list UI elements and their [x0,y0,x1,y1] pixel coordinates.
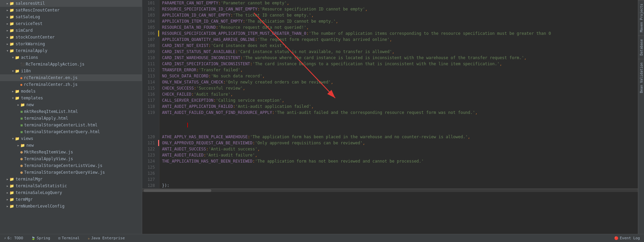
tree-item-stockCountCenter[interactable]: 📁 stockCountCenter [0,34,142,41]
tree-item-MktResReqItemView[interactable]: ● MktResReqItemView.js [0,149,142,155]
horizontal-scrollbar[interactable] [142,189,638,192]
tree-item-storkWarning[interactable]: 📁 storkWarning [0,41,142,47]
tree-item-TerminalApplyView[interactable]: ● TerminalApplyView.js [0,155,142,162]
right-side-panels: Maven Projects Database Bean Validation [638,0,644,234]
line-number: 103 [142,12,159,18]
database-panel[interactable]: Database [638,35,644,59]
tree-item-terminalSaleStatistic[interactable]: 📁 terminalSaleStatistic [0,183,142,189]
line-code: PARAMETER_CAN_NOT_EMPTY:'Parameter canno… [159,0,638,6]
code-editor[interactable]: 101 PARAMETER_CAN_NOT_EMPTY:'Parameter c… [142,0,638,234]
terminal-label: Terminal [62,236,80,240]
bean-validation-panel[interactable]: Bean Validation [638,59,644,96]
tree-item-terminalStorageCenterList[interactable]: ◼ terminalStorageCenterList.html [0,122,142,128]
tree-arrow [5,15,9,19]
line-code: RESOURCE_SPECIFICATION_ID_CAN_NOT_EMPTY:… [159,6,638,12]
folder-icon: 📁 [9,8,14,13]
tree-item-actions[interactable]: 📁 actions [0,54,142,61]
file-icon-js: ● [20,163,23,168]
item-label: rcTerminalCenter.en.js [24,75,141,80]
event-log-status[interactable]: 🔴 Event Log [613,236,641,240]
code-line-122: 122 ANTI_AUDIT_SUCCESS:'Anti-audit succe… [142,146,638,152]
item-label: MktResReqItemView.js [24,150,141,154]
line-number: 124 [142,158,159,164]
tree-item-serviceTest[interactable]: 📁 serviceTest [0,20,142,27]
line-number: 125 [142,164,159,170]
code-line-124: 124 THE_APPLICATION_HAS_NOT_BEEN_REVIEWE… [142,158,638,164]
tree-item-satSaleLog[interactable]: 📁 satSaleLog [0,14,142,20]
item-label: terminalStorageCenterQuery.html [24,129,141,134]
item-label: salesresUtil [16,1,141,6]
line-number: 117 [142,97,159,103]
tree-item-rcTerminalCenter-zh[interactable]: ● rcTerminalCenter.zh.js [0,81,142,88]
folder-icon: 📁 [15,96,20,100]
folder-icon: 📁 [20,103,25,107]
file-icon-js: ● [20,150,23,154]
code-line-113: 113 NO_SUCH_DATA_RECORD:'No such data re… [142,73,638,79]
tree-item-satRescInoutCenter[interactable]: 📁 satRescInoutCenter [0,7,142,14]
folder-icon: 📁 [15,69,20,73]
line-code: ANTI_AUDIT_SUCCESS:'Anti-audit success', [159,146,638,152]
tree-item-views-new[interactable]: 📁 new [0,142,142,149]
code-line-118: 118 ANTI_AUDIT_APPLICATION_FAILED:'Anti-… [142,103,638,110]
item-label: satSaleLog [16,15,141,19]
line-number: 105 [142,24,159,30]
terminal-status[interactable]: ⊡ Terminal [57,236,81,240]
item-label: i18n [21,69,141,73]
tree-item-simCard[interactable]: 📁 simCard [0,27,142,34]
folder-icon: 📁 [9,22,14,26]
line-code: CARD_INST_SPECIFICATION_INCONSISTENT:'Th… [159,61,638,67]
line-code: ONLY_APPROVED_REQUEST_CAN_BE_REVIEWED:'O… [159,140,638,146]
todo-status[interactable]: ⚡ 6: TODO [3,236,24,240]
status-bar: ⚡ 6: TODO 🍃 Spring ⊡ Terminal ☕ Java Ent… [0,234,644,242]
line-number: 119 [142,110,159,134]
folder-icon: 📁 [9,197,14,202]
tree-item-terminalApply-html[interactable]: ◼ terminalApply.html [0,115,142,122]
tree-item-terminalApply[interactable]: 📁 terminalApply [0,47,142,54]
tree-item-i18n[interactable]: 📁 i18n [0,68,142,74]
spring-status[interactable]: 🍃 Spring [30,236,51,240]
line-number: 109 [142,49,159,55]
line-number: 118 [142,103,159,110]
code-line-112: 112 TRANSFER_ERROR:'Transfer failed', [142,67,638,73]
spring-icon: 🍃 [31,236,35,240]
tree-item-terminalMgr[interactable]: 📁 terminalMgr [0,176,142,183]
file-tree[interactable]: 📁 salesresUtil 📁 satRescInoutCenter 📁 sa… [0,0,142,234]
code-line-102: 102 RESOURCE_SPECIFICATION_ID_CAN_NOT_EM… [142,6,638,12]
tree-arrow [11,136,15,141]
file-icon-js: ● [20,76,22,80]
line-code: ANTI_AUDIT_FAILED:'Anti-audit failure', [159,152,638,158]
folder-icon: 📁 [15,137,20,141]
tree-item-templates[interactable]: 📁 templates [0,95,142,101]
code-line-114: 114 ONLY_NEW_STATUS_CAN_CHECK:'Only newl… [142,79,638,85]
tree-item-mktResReqItemList[interactable]: ◼ mktResReqItemList.html [0,108,142,115]
line-number: 101 [142,0,159,6]
folder-icon: 📁 [9,49,14,53]
tree-item-salesresUtil[interactable]: 📁 salesresUtil [0,0,142,7]
file-icon-html: ◼ [20,129,23,134]
folder-icon: 📁 [9,191,14,195]
tree-item-rcTerminalCenter-en[interactable]: ● rcTerminalCenter.en.js [0,74,142,81]
tree-item-TerminalStorageCenterQueryView[interactable]: ● TerminalStorageCenterQueryView.js [0,169,142,176]
line-code: CARD_INST_WAREHOUSE_INCONSISTENT:'The wa… [159,55,638,61]
tree-arrow [5,21,9,26]
item-label: trmNumberLevelConfig [16,204,141,209]
tree-item-terminaSaleLogQuery[interactable]: 📁 terminaSaleLogQuery [0,189,142,196]
code-line-123: 123 ANTI_AUDIT_FAILED:'Anti-audit failur… [142,152,638,158]
item-label: RcTerminalApplyAction.js [26,62,141,67]
tree-item-termMgr[interactable]: 📁 termMgr [0,196,142,203]
line-code: ONLY_NEW_STATUS_CAN_CHECK:'Only newly cr… [159,79,638,85]
tree-item-views[interactable]: 📁 views [0,135,142,142]
tree-item-TerminalStorageCenterListView[interactable]: ● TerminalStorageCenterListView.js [0,162,142,169]
code-line-108: 108 CARD_INST_NOT_EXIST:'Card instance d… [142,43,638,49]
code-line-106: 106 RESOURCE_SPECIFICATION_APPLICATION_I… [142,30,638,37]
tree-item-models[interactable]: 📁 models [0,88,142,95]
maven-projects-panel[interactable]: Maven Projects [638,0,644,35]
todo-label: 6: TODO [7,236,23,240]
java-enterprise-status[interactable]: ☕ Java Enterprise [86,236,126,240]
tree-item-trmNumberLevelConfig[interactable]: 📁 trmNumberLevelConfig [0,203,142,210]
item-label: terminalApply.html [24,116,141,121]
tree-item-templates-new[interactable]: 📁 new [0,101,142,108]
tree-item-RcTerminalApplyAction[interactable]: ⬛ RcTerminalApplyAction.js [0,61,142,68]
line-code: CHECK_SUCCESS:'Successful review', [159,85,638,91]
tree-item-terminalStorageCenterQuery[interactable]: ◼ terminalStorageCenterQuery.html [0,128,142,135]
